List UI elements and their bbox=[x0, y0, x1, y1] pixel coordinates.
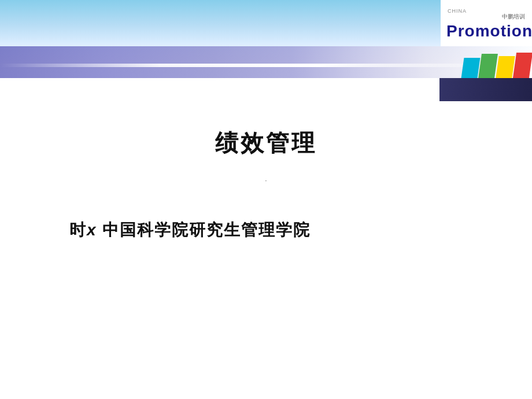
yellow-tab bbox=[496, 56, 515, 78]
purple-band bbox=[0, 46, 532, 78]
logo-box: CHINA 中鹏培训 Promotion bbox=[441, 0, 532, 46]
subtitle: 时x 中国科学院研究生管理学院 bbox=[69, 219, 311, 241]
color-tabs bbox=[463, 46, 532, 78]
subtitle-prefix: 时 bbox=[69, 221, 87, 239]
header-area: CHINA 中鹏培训 Promotion bbox=[0, 0, 532, 101]
china-label: CHINA bbox=[448, 8, 467, 14]
cyan-tab bbox=[461, 58, 481, 78]
white-highlight-line bbox=[0, 64, 532, 67]
main-title: 绩效管理 bbox=[215, 127, 317, 159]
slide-container: CHINA 中鹏培训 Promotion 绩效管理 · 时x 中国科学院研究生管… bbox=[0, 0, 532, 399]
dark-bar bbox=[439, 78, 532, 101]
main-content: 绩效管理 · 时x 中国科学院研究生管理学院 bbox=[0, 104, 532, 399]
zhongpei-label: 中鹏培训 bbox=[502, 13, 525, 21]
promotion-label: Promotion bbox=[446, 22, 532, 40]
subtitle-suffix: 中国科学院研究生管理学院 bbox=[97, 221, 311, 239]
dot-separator: · bbox=[265, 176, 267, 184]
red-tab bbox=[513, 53, 532, 78]
subtitle-x: x bbox=[87, 221, 97, 239]
green-tab bbox=[478, 54, 498, 78]
